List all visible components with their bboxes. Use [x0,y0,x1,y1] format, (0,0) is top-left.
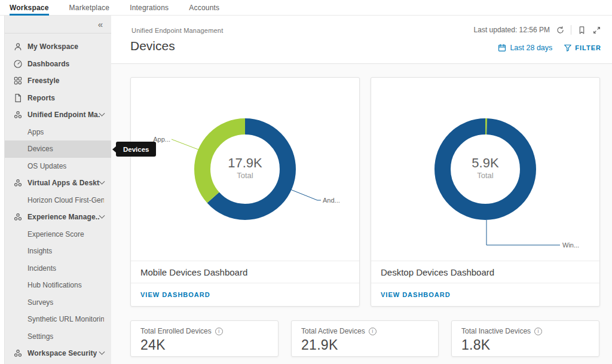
sidebar-item-label: Settings [27,332,53,341]
view-dashboard-link[interactable]: VIEW DASHBOARD [140,291,210,298]
stat-value: 21.9K [301,337,429,353]
desktop-devices-card: Win... 5.9K Total Desktop Devices Dashbo… [371,77,600,307]
sidebar-item-label: Freestyle [27,77,60,85]
stat-label: Total Active Devices [301,327,365,335]
sidebar-item-label: Horizon Cloud First-Gen [27,196,104,204]
chevron-down-icon [99,110,105,116]
sidebar-item-my-workspace[interactable]: My Workspace [5,38,111,56]
card-title: Mobile Devices Dashboard [131,261,359,283]
left-gutter [0,16,5,364]
mobile-donut-chart: App... And... 17.9K Total [131,78,359,261]
info-icon[interactable]: i [534,328,542,335]
last-updated-text: Last updated: 12:56 PM [474,26,550,34]
sidebar-item-hub-notifications[interactable]: Hub Notifications [5,277,111,294]
tab-label: Accounts [189,4,219,12]
view-dashboard-link[interactable]: VIEW DASHBOARD [381,291,451,298]
page-header: Unified Endpoint Management Devices Last… [111,16,612,64]
cluster-icon [13,110,23,120]
tab-accounts[interactable]: Accounts [189,0,219,15]
info-icon[interactable]: i [369,328,377,335]
callout-line [172,139,200,150]
sidebar-item-label: Incidents [27,264,56,273]
document-icon [13,93,23,103]
total-inactive-devices-card: Total Inactive Devicesi 1.8K [451,320,599,357]
cluster-icon [13,178,23,188]
sidebar-item-label: Hub Notifications [27,281,82,289]
sidebar-item-freestyle[interactable]: Freestyle [5,72,111,90]
donut-center-label: Total [237,171,253,180]
sidebar-item-unified-endpoint-ma[interactable]: Unified Endpoint Ma... [5,106,111,124]
sidebar-nav: My WorkspaceDashboardsFreestyleReportsUn… [5,33,111,362]
filter-icon [564,44,572,52]
segment-label: And... [323,197,340,204]
sidebar: « My WorkspaceDashboardsFreestyleReports… [5,16,111,364]
stat-value: 1.8K [461,337,589,353]
sidebar-item-label: Unified Endpoint Ma... [27,111,100,119]
tab-integrations[interactable]: Integrations [130,0,169,15]
sidebar-item-label: Reports [27,94,55,102]
sidebar-item-label: Synthetic URL Monitoring [27,315,104,323]
donut-center-value: 17.9K [228,155,262,170]
refresh-icon[interactable] [556,26,565,35]
calendar-icon [498,44,506,52]
page-title: Devices [130,39,175,53]
collapse-sidebar-icon[interactable]: « [98,20,103,29]
expand-icon[interactable] [592,26,601,35]
chevron-down-icon [99,348,105,354]
callout-line [290,189,321,200]
sidebar-item-os-updates[interactable]: OS Updates [5,158,111,175]
grid-icon [13,76,23,85]
filter-label: FILTER [575,44,601,51]
sidebar-item-dashboards[interactable]: Dashboards [5,56,111,73]
stat-value: 24K [140,337,268,353]
top-nav: Workspace Marketplace Integrations Accou… [0,0,612,16]
sidebar-item-label: My Workspace [27,42,78,51]
divider [571,25,571,35]
sidebar-item-synthetic-url-monitoring[interactable]: Synthetic URL Monitoring [5,311,111,328]
sidebar-item-insights[interactable]: Insights [5,243,111,260]
sidebar-item-devices[interactable]: Devices [5,140,111,158]
mobile-devices-donut: App... And... 17.9K Total [131,78,359,261]
tab-workspace[interactable]: Workspace [10,0,49,15]
sidebar-item-experience-manage[interactable]: Experience Manage... [5,209,111,226]
tooltip-text: Devices [123,146,149,153]
sidebar-item-label: Dashboards [27,60,69,68]
sidebar-item-workspace-security[interactable]: Workspace Security [5,345,111,362]
chevron-down-icon [99,212,105,218]
donut-center-value: 5.9K [472,155,499,170]
sidebar-item-settings[interactable]: Settings [5,328,111,345]
breadcrumb: Unified Endpoint Management [131,27,223,34]
sidebar-item-apps[interactable]: Apps [5,124,111,141]
cluster-icon [13,212,23,222]
sidebar-header: « [5,16,111,33]
total-enrolled-devices-card: Total Enrolled Devicesi 24K [130,320,279,357]
info-icon[interactable]: i [215,328,223,335]
sidebar-item-label: Experience Score [27,230,84,238]
sidebar-item-reports[interactable]: Reports [5,90,111,107]
segment-label: App... [153,136,170,143]
sidebar-item-label: Surveys [27,298,53,307]
sidebar-item-experience-score[interactable]: Experience Score [5,226,111,243]
tab-label: Workspace [10,4,49,12]
tab-label: Marketplace [69,4,110,12]
sidebar-item-horizon-cloud-first-gen[interactable]: Horizon Cloud First-Gen [5,192,111,209]
callout-line [486,220,560,245]
sidebar-item-surveys[interactable]: Surveys [5,294,111,311]
sidebar-item-label: Insights [27,247,52,255]
filter-button[interactable]: FILTER [564,44,601,52]
sidebar-item-label: Virtual Apps & Deskt... [27,179,100,187]
chevron-down-icon [99,178,105,184]
gauge-icon [13,59,23,69]
date-range-picker[interactable]: Last 28 days [498,44,552,52]
user-icon [13,42,23,51]
stat-label: Total Enrolled Devices [140,327,212,335]
sidebar-item-virtual-apps-deskt[interactable]: Virtual Apps & Deskt... [5,175,111,192]
desktop-donut-chart: Win... 5.9K Total [371,78,599,261]
stat-label: Total Inactive Devices [461,327,531,335]
bookmark-icon[interactable] [577,26,586,35]
tab-label: Integrations [130,4,169,12]
mobile-devices-card: App... And... 17.9K Total Mobile Devices… [130,77,360,307]
sidebar-item-label: Workspace Security [27,349,97,357]
tab-marketplace[interactable]: Marketplace [69,0,110,15]
sidebar-item-incidents[interactable]: Incidents [5,260,111,277]
